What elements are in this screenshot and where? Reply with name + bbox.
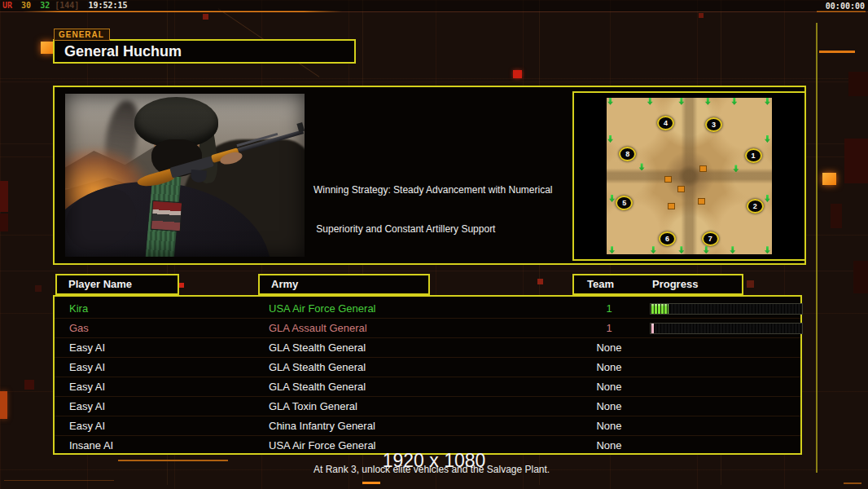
player-team: 1	[581, 319, 638, 337]
decor-block	[853, 261, 868, 293]
supply-marker-icon	[765, 195, 770, 202]
spawn-number: 5	[622, 199, 626, 207]
player-team: None	[581, 358, 638, 377]
supply-marker-icon	[651, 246, 656, 253]
player-team: None	[581, 397, 638, 416]
spawn-marker: 7	[702, 231, 719, 246]
supply-marker-icon	[639, 163, 645, 170]
player-team: None	[581, 338, 638, 357]
building-icon	[677, 186, 685, 192]
spawn-number: 1	[752, 152, 756, 160]
player-name: Easy AI	[69, 416, 105, 435]
decor-line	[844, 482, 861, 484]
portrait-vignette	[65, 94, 305, 257]
table-row: Easy AI China Infantry General None	[55, 416, 800, 436]
debug-value: 30	[21, 1, 31, 10]
decor-block	[35, 285, 42, 292]
progress-fill	[651, 324, 654, 333]
supply-marker-icon	[705, 98, 711, 105]
spawn-marker: 3	[705, 117, 722, 132]
player-army: GLA Stealth General	[269, 358, 366, 377]
debug-label: UR	[2, 1, 12, 10]
supply-marker-icon	[704, 246, 709, 253]
decor-line	[816, 23, 818, 473]
spawn-number: 4	[664, 119, 668, 127]
general-name-box: General Huchum	[53, 39, 356, 64]
table-row: Easy AI GLA Stealth General None	[55, 377, 800, 397]
player-army: USA Air Force General	[269, 299, 376, 318]
player-army: GLA Toxin General	[269, 397, 357, 416]
debug-value: [144]	[55, 1, 79, 10]
spawn-marker: 2	[747, 199, 764, 214]
supply-marker-icon	[607, 135, 613, 143]
spawn-number: 2	[753, 202, 757, 210]
header-label: Army	[271, 275, 298, 293]
player-team: None	[581, 416, 638, 435]
player-army: GLA Assault General	[269, 319, 367, 337]
general-portrait	[65, 94, 305, 257]
building-icon	[664, 176, 672, 183]
table-row: Easy AI GLA Stealth General None	[55, 338, 800, 358]
table-row: Gas GLA Assault General 1	[55, 319, 800, 338]
spawn-marker: 4	[657, 116, 674, 130]
decor-block	[844, 139, 868, 183]
resolution-label: 1920 x 1080	[0, 450, 868, 472]
column-header-player-name: Player Name	[55, 274, 179, 295]
progress-bar	[650, 303, 803, 315]
player-name: Easy AI	[69, 338, 105, 357]
game-timer: 00:00:00	[826, 1, 865, 11]
tab-general: GENERAL	[54, 29, 110, 41]
info-panel: Winning Strategy: Steady Advancement wit…	[53, 86, 806, 265]
spawn-number: 7	[708, 235, 712, 243]
debug-clock: 19:52:15	[88, 1, 127, 10]
decor-block	[0, 181, 8, 212]
supply-marker-icon	[609, 195, 615, 202]
player-army: GLA Stealth General	[269, 338, 366, 357]
decor-block	[203, 14, 208, 20]
supply-marker-icon	[678, 98, 684, 105]
decor-block	[699, 13, 704, 18]
spawn-marker: 1	[745, 148, 762, 163]
column-header-army: Army	[258, 274, 430, 295]
supply-marker-icon	[678, 246, 684, 253]
decor-line	[0, 82, 868, 82]
supply-marker-icon	[607, 98, 613, 105]
minimap-box: 1 2 3 4 5 6 7 8	[572, 91, 806, 261]
general-name: General Huchum	[64, 43, 182, 60]
building-icon	[699, 165, 707, 172]
decor-block	[848, 72, 868, 96]
column-header-team-progress: Team Progress	[572, 274, 743, 295]
decor-block	[831, 204, 842, 228]
decor-square	[822, 173, 836, 185]
table-row: Easy AI GLA Stealth General None	[55, 358, 800, 377]
decor-line	[4, 480, 114, 481]
supply-marker-icon	[609, 246, 615, 253]
supply-marker-icon	[733, 165, 739, 172]
player-army: GLA Stealth General	[269, 377, 366, 396]
player-name: Easy AI	[69, 397, 105, 416]
strategy-line: Winning Strategy: Steady Advancement wit…	[313, 184, 594, 197]
debug-value: 32	[40, 1, 50, 10]
supply-marker-icon	[765, 246, 770, 253]
spawn-number: 8	[625, 150, 629, 158]
player-name: Gas	[69, 319, 89, 337]
table-row: Kira USA Air Force General 1	[55, 299, 800, 319]
header-label: Progress	[652, 275, 698, 293]
decor-block	[747, 280, 754, 288]
decor-block	[0, 214, 8, 231]
spawn-number: 6	[665, 235, 669, 243]
status-bar: UR 30 32 [144] 19:52:15 00:00:00	[0, 0, 868, 11]
supply-marker-icon	[647, 98, 653, 105]
supply-marker-icon	[730, 246, 735, 253]
spawn-marker: 5	[616, 196, 633, 210]
player-name: Easy AI	[69, 358, 105, 377]
header-label: Player Name	[68, 275, 132, 293]
spawn-marker: 6	[659, 231, 676, 246]
strategy-line: Superiority and Constant Artillery Suppo…	[313, 223, 594, 236]
decor-block	[0, 391, 7, 419]
player-army: China Infantry General	[269, 416, 375, 435]
player-name: Kira	[69, 299, 88, 318]
player-table: Kira USA Air Force General 1 Gas GLA Ass…	[53, 295, 802, 455]
spawn-marker: 8	[619, 147, 636, 161]
building-icon	[698, 198, 705, 205]
